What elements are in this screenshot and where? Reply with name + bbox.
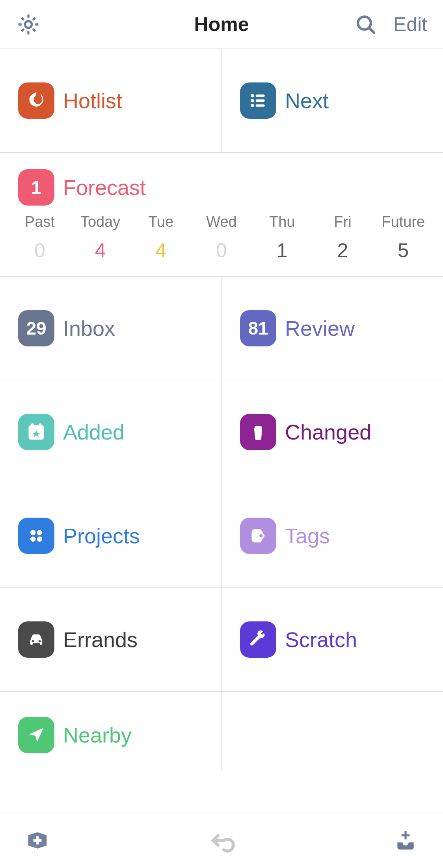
tile-label: Nearby <box>63 723 132 747</box>
svg-rect-12 <box>39 423 42 427</box>
forecast-day-thu[interactable]: Thu 1 <box>252 213 313 262</box>
undo-icon <box>207 826 236 855</box>
tile-forecast[interactable]: 1 Forecast Past 0 Today 4 Tue 4 Wed <box>0 153 443 277</box>
calendar-star-icon <box>18 414 54 450</box>
svg-rect-4 <box>256 95 265 97</box>
tile-label: Hotlist <box>63 88 122 113</box>
tile-label: Errands <box>63 627 138 652</box>
gear-icon <box>16 12 41 37</box>
svg-point-15 <box>37 530 42 535</box>
tile-label: Added <box>63 420 125 444</box>
forecast-day-today[interactable]: Today 4 <box>70 213 131 262</box>
svg-point-19 <box>32 640 34 643</box>
tile-nearby[interactable]: Nearby <box>0 692 222 771</box>
tag-icon <box>240 518 276 554</box>
tile-label: Forecast <box>63 175 146 200</box>
tile-label: Projects <box>63 524 140 548</box>
tile-label: Tags <box>285 524 330 548</box>
svg-point-20 <box>39 640 41 643</box>
flame-icon <box>18 82 54 119</box>
tile-errands[interactable]: Errands <box>0 588 222 691</box>
svg-point-5 <box>251 99 254 102</box>
tile-empty <box>222 692 443 771</box>
tile-next[interactable]: Next <box>222 49 443 152</box>
forecast-day-future[interactable]: Future 5 <box>373 213 434 262</box>
tile-label: Next <box>285 88 329 113</box>
undo-button[interactable] <box>207 826 236 855</box>
tile-projects[interactable]: Projects <box>0 484 222 587</box>
review-badge: 81 <box>240 310 276 346</box>
svg-point-18 <box>259 534 262 537</box>
settings-button[interactable] <box>16 12 41 37</box>
tile-inbox[interactable]: 29 Inbox <box>0 277 222 380</box>
tile-label: Inbox <box>63 316 115 340</box>
tile-label: Scratch <box>285 627 357 652</box>
tile-scratch[interactable]: Scratch <box>222 588 443 691</box>
header: Home Edit <box>0 0 443 49</box>
wrench-icon <box>240 621 276 658</box>
projects-icon <box>18 518 54 554</box>
forecast-day-past[interactable]: Past 0 <box>9 213 70 262</box>
svg-point-17 <box>37 537 42 542</box>
tile-changed[interactable]: Changed <box>222 380 443 484</box>
search-button[interactable] <box>355 13 377 36</box>
bottom-toolbar <box>0 812 443 868</box>
forecast-days: Past 0 Today 4 Tue 4 Wed 0 Thu 1 <box>0 211 443 276</box>
svg-rect-22 <box>34 839 42 842</box>
svg-rect-11 <box>31 423 34 427</box>
cup-icon <box>240 414 276 450</box>
tile-review[interactable]: 81 Review <box>222 277 443 380</box>
svg-point-14 <box>30 530 35 535</box>
home-grid: Hotlist Next 1 Forecast <box>0 49 443 812</box>
svg-line-2 <box>369 28 374 32</box>
forecast-day-wed[interactable]: Wed 0 <box>191 213 252 262</box>
svg-rect-24 <box>402 834 410 836</box>
svg-point-7 <box>251 104 254 107</box>
tray-plus-icon <box>393 828 418 853</box>
tile-tags[interactable]: Tags <box>222 484 443 587</box>
forecast-badge: 1 <box>18 169 54 206</box>
svg-point-0 <box>25 21 32 28</box>
edit-button[interactable]: Edit <box>393 13 427 36</box>
inbox-badge: 29 <box>18 310 54 346</box>
svg-rect-8 <box>256 105 265 107</box>
tile-label: Review <box>285 316 355 340</box>
box-plus-icon <box>25 828 50 853</box>
home-screen: Home Edit Hotlist <box>0 0 443 868</box>
list-icon <box>240 82 276 119</box>
new-perspective-button[interactable] <box>25 828 50 853</box>
search-icon <box>355 13 377 36</box>
tile-hotlist[interactable]: Hotlist <box>0 49 222 152</box>
forecast-day-fri[interactable]: Fri 2 <box>313 213 373 262</box>
svg-point-3 <box>251 94 254 97</box>
location-icon <box>18 717 54 753</box>
car-icon <box>18 621 54 658</box>
svg-rect-6 <box>256 99 265 102</box>
inbox-add-button[interactable] <box>393 828 418 853</box>
tile-added[interactable]: Added <box>0 380 222 484</box>
svg-point-16 <box>30 537 35 542</box>
forecast-day-tue[interactable]: Tue 4 <box>130 213 191 262</box>
tile-label: Changed <box>285 420 371 444</box>
